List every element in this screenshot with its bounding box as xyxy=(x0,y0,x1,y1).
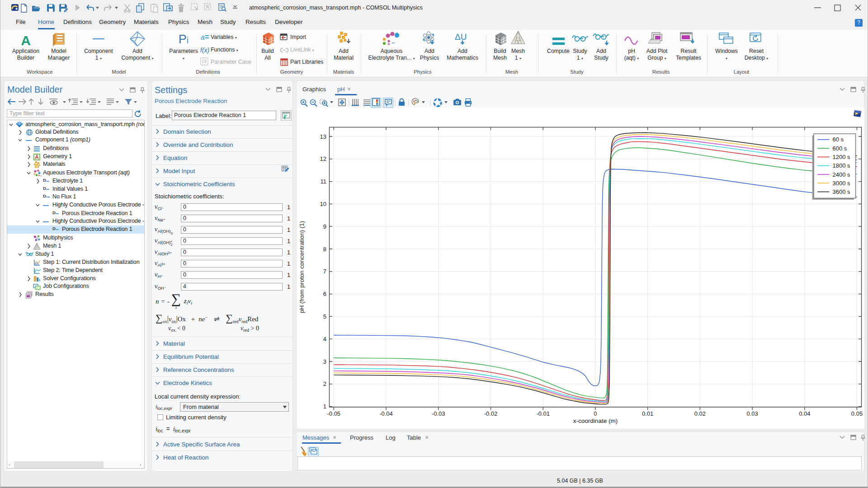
svg-text:2: 2 xyxy=(323,380,326,387)
svg-text:3000 s: 3000 s xyxy=(833,180,851,187)
svg-text:5: 5 xyxy=(323,313,326,320)
svg-text:0.02: 0.02 xyxy=(694,410,706,417)
svg-text:-0.02: -0.02 xyxy=(484,410,498,417)
svg-text:x-coordinate (m): x-coordinate (m) xyxy=(573,418,618,424)
svg-text:0.04: 0.04 xyxy=(799,410,810,417)
svg-text:10: 10 xyxy=(320,201,326,207)
svg-text:2400 s: 2400 s xyxy=(833,171,851,178)
svg-text:-0.04: -0.04 xyxy=(379,410,393,417)
svg-text:9: 9 xyxy=(323,223,326,230)
svg-text:4: 4 xyxy=(323,336,326,343)
svg-text:0.01: 0.01 xyxy=(642,410,653,417)
svg-text:3600 s: 3600 s xyxy=(833,188,851,195)
svg-text:7: 7 xyxy=(323,268,326,275)
svg-text:0: 0 xyxy=(594,410,597,417)
svg-text:-0.05: -0.05 xyxy=(327,410,340,417)
svg-text:-0.03: -0.03 xyxy=(432,410,445,417)
svg-text:0.03: 0.03 xyxy=(746,410,758,417)
svg-text:6: 6 xyxy=(323,291,326,297)
svg-text:12: 12 xyxy=(320,155,326,162)
svg-text:8: 8 xyxy=(323,246,326,253)
svg-text:1800 s: 1800 s xyxy=(833,162,851,169)
svg-text:13: 13 xyxy=(320,133,326,140)
svg-text:1: 1 xyxy=(323,403,326,410)
svg-text:pH (from proton concentration): pH (from proton concentration) (1) xyxy=(298,221,305,313)
svg-text:60 s: 60 s xyxy=(833,136,844,143)
svg-text:0.05: 0.05 xyxy=(851,410,863,417)
svg-text:1200 s: 1200 s xyxy=(833,154,851,160)
svg-text:600 s: 600 s xyxy=(833,145,847,152)
svg-text:11: 11 xyxy=(321,178,327,185)
svg-text:3: 3 xyxy=(323,358,326,365)
svg-text:-0.01: -0.01 xyxy=(536,410,550,417)
